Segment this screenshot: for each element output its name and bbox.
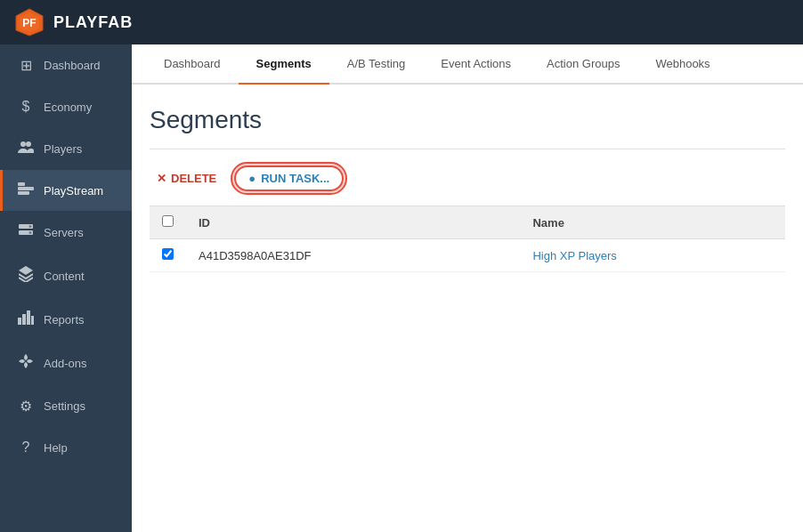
sidebar-item-economy[interactable]: $ Economy — [0, 86, 132, 127]
reports-icon — [17, 310, 35, 328]
sidebar-item-reports[interactable]: Reports — [0, 298, 132, 341]
delete-x-icon: ✕ — [157, 172, 166, 185]
svg-rect-12 — [18, 318, 21, 325]
sidebar-item-label-servers: Servers — [44, 226, 84, 239]
svg-point-4 — [26, 141, 31, 147]
tab-dashboard[interactable]: Dashboard — [146, 44, 239, 85]
tab-ab-testing[interactable]: A/B Testing — [329, 44, 424, 85]
tab-action-groups[interactable]: Action Groups — [529, 44, 637, 85]
sidebar-item-label-dashboard: Dashboard — [44, 59, 101, 72]
sidebar-item-label-addons: Add-ons — [44, 357, 86, 370]
svg-rect-5 — [18, 182, 25, 186]
col-name: Name — [520, 206, 785, 239]
tabs-bar: Dashboard Segments A/B Testing Event Act… — [132, 44, 803, 85]
sidebar-item-label-settings: Settings — [44, 399, 85, 413]
svg-rect-14 — [27, 310, 30, 325]
run-play-icon: ● — [248, 172, 256, 185]
tab-segments[interactable]: Segments — [239, 44, 329, 85]
economy-icon: $ — [17, 99, 35, 115]
sidebar-item-label-playstream: PlayStream — [44, 184, 103, 197]
main-layout: ⊞ Dashboard $ Economy Players PlayStream… — [0, 44, 803, 532]
table-header-row: ID Name — [150, 206, 785, 239]
sidebar-item-playstream[interactable]: PlayStream — [0, 170, 132, 211]
content-area: Dashboard Segments A/B Testing Event Act… — [132, 44, 803, 532]
delete-button[interactable]: ✕ DELETE — [150, 166, 223, 190]
svg-rect-6 — [18, 187, 34, 190]
row-name-cell: High XP Players — [520, 239, 785, 272]
help-icon: ? — [17, 439, 35, 455]
logo-area: PF PLAYFAB — [14, 7, 133, 37]
row-id-cell: A41D3598A0AE31DF — [186, 239, 520, 272]
sidebar-item-label-content: Content — [44, 270, 85, 283]
addons-icon — [17, 353, 35, 373]
tab-event-actions[interactable]: Event Actions — [423, 44, 529, 85]
sidebar-item-settings[interactable]: ⚙ Settings — [0, 385, 132, 427]
sidebar: ⊞ Dashboard $ Economy Players PlayStream… — [0, 44, 132, 532]
content-icon — [17, 266, 35, 286]
sidebar-item-addons[interactable]: Add-ons — [0, 341, 132, 385]
topbar: PF PLAYFAB — [0, 0, 803, 44]
col-id: ID — [186, 206, 520, 239]
page-divider — [150, 149, 785, 149]
col-checkbox — [150, 206, 186, 239]
delete-label: DELETE — [171, 172, 216, 185]
run-task-button[interactable]: ● RUN TASK... — [234, 165, 344, 191]
run-task-label: RUN TASK... — [261, 172, 329, 185]
tab-webhooks[interactable]: Webhooks — [637, 44, 727, 85]
row-checkbox[interactable] — [162, 248, 174, 260]
dashboard-icon: ⊞ — [17, 57, 35, 74]
segment-name-link[interactable]: High XP Players — [532, 249, 616, 262]
sidebar-item-label-players: Players — [44, 142, 82, 156]
sidebar-item-help[interactable]: ? Help — [0, 427, 132, 468]
svg-point-3 — [20, 141, 26, 147]
page-title: Segments — [150, 106, 785, 134]
playfab-logo-icon: PF — [14, 7, 45, 37]
svg-point-11 — [29, 231, 32, 234]
players-icon — [17, 140, 35, 157]
sidebar-item-players[interactable]: Players — [0, 127, 132, 170]
svg-rect-7 — [18, 191, 29, 195]
svg-text:PF: PF — [22, 17, 36, 29]
svg-rect-15 — [31, 316, 34, 325]
sidebar-item-content[interactable]: Content — [0, 254, 132, 298]
action-toolbar: ✕ DELETE ● RUN TASK... — [150, 165, 785, 191]
sidebar-item-label-economy: Economy — [44, 101, 92, 114]
select-all-checkbox[interactable] — [162, 215, 174, 227]
row-checkbox-cell — [150, 239, 186, 272]
svg-rect-13 — [22, 314, 26, 325]
segments-table: ID Name A41D3598A0AE31DF High XP Players — [150, 206, 785, 272]
playstream-icon — [17, 182, 35, 198]
sidebar-item-label-reports: Reports — [44, 313, 85, 326]
sidebar-item-label-help: Help — [44, 441, 68, 455]
settings-icon: ⚙ — [17, 398, 35, 415]
page-content: Segments ✕ DELETE ● RUN TASK... — [132, 85, 803, 532]
logo-text: PLAYFAB — [53, 13, 133, 32]
sidebar-item-servers[interactable]: Servers — [0, 211, 132, 254]
sidebar-item-dashboard[interactable]: ⊞ Dashboard — [0, 44, 132, 86]
svg-point-10 — [29, 225, 32, 228]
servers-icon — [17, 223, 35, 241]
table-row: A41D3598A0AE31DF High XP Players — [150, 239, 785, 272]
